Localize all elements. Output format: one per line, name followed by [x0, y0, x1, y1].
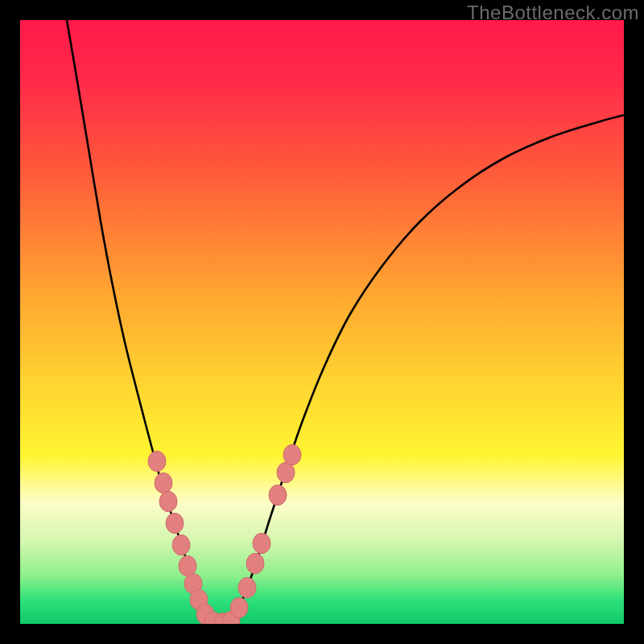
data-marker: [238, 577, 256, 597]
data-marker: [179, 555, 196, 576]
data-markers: [148, 444, 301, 624]
left-curve: [67, 20, 213, 622]
data-marker: [172, 535, 190, 555]
watermark-text: TheBottleneck.com: [467, 2, 639, 24]
data-marker: [253, 533, 270, 553]
chart-plot-area: [20, 20, 624, 624]
data-marker: [148, 451, 166, 471]
chart-svg: [20, 20, 624, 624]
data-marker: [269, 485, 287, 505]
data-marker: [283, 444, 301, 464]
right-curve: [229, 115, 624, 622]
chart-frame: TheBottleneck.com: [0, 0, 644, 644]
data-marker: [166, 513, 184, 533]
data-marker: [246, 553, 264, 573]
data-marker: [159, 491, 177, 511]
data-marker: [230, 597, 248, 617]
curve-group: [67, 20, 624, 623]
data-marker: [155, 473, 172, 493]
